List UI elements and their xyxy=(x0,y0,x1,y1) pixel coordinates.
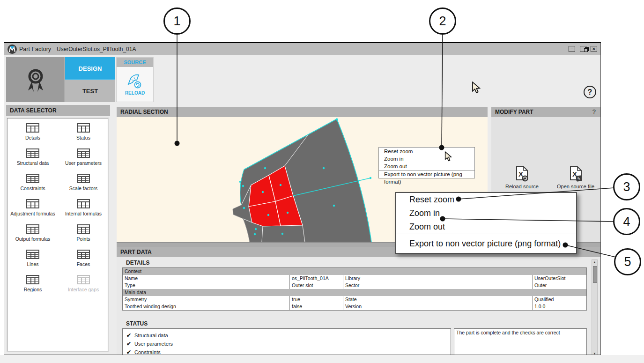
modify-part-help-icon[interactable]: ? xyxy=(592,108,596,115)
selector-item-scale-factors[interactable]: Scale factors xyxy=(58,174,109,199)
mouse-cursor-icon xyxy=(471,81,481,94)
table-icon xyxy=(26,123,39,133)
selector-item-points[interactable]: Points xyxy=(58,224,109,250)
menu-item-zoom-out[interactable]: Zoom out xyxy=(396,220,576,234)
part-data-title: PART DATA xyxy=(120,249,152,255)
callout-3: 3 xyxy=(613,173,640,200)
table-icon xyxy=(77,199,90,208)
details-subtitle: DETAILS xyxy=(126,259,149,266)
tab-test[interactable]: TEST xyxy=(65,80,115,102)
table-icon xyxy=(77,250,90,259)
selector-item-structural-data[interactable]: Structural data xyxy=(7,148,58,174)
table-icon xyxy=(77,275,90,284)
menu-item-zoom-out[interactable]: Zoom out xyxy=(379,163,474,170)
table-section-row: Context xyxy=(123,268,586,275)
mouse-cursor-icon xyxy=(444,151,452,162)
menu-item-zoom-in[interactable]: Zoom in xyxy=(396,207,576,220)
part-factory-logo-icon xyxy=(7,44,17,54)
svg-text:✎: ✎ xyxy=(577,177,581,181)
close-button[interactable]: ✕ xyxy=(591,46,597,52)
status-check-item: ✔User parameters xyxy=(126,340,451,348)
help-button[interactable]: ? xyxy=(584,86,596,98)
table-icon xyxy=(77,123,90,133)
qualify-award-button[interactable] xyxy=(6,57,65,102)
check-icon: ✔ xyxy=(126,331,131,340)
selector-item-adjustment-formulas[interactable]: Adjustment formulas xyxy=(7,199,58,224)
selector-item-user-parameters[interactable]: User parameters xyxy=(58,148,109,174)
vertical-scrollbar[interactable]: ▲ ▼ xyxy=(592,259,598,355)
modify-part-title: MODIFY PART xyxy=(495,109,533,115)
tab-design-label: DESIGN xyxy=(79,65,102,72)
scroll-up-icon[interactable]: ▲ xyxy=(592,260,597,264)
selector-item-internal-formulas[interactable]: Internal formulas xyxy=(58,199,109,224)
selector-item-output-formulas[interactable]: Output formulas xyxy=(7,224,58,250)
reload-label: RELOAD xyxy=(125,90,145,96)
reload-button[interactable]: RELOAD xyxy=(117,67,153,102)
callout-1: 1 xyxy=(163,7,191,35)
status-subtitle: STATUS xyxy=(126,320,148,327)
open-source-file-button[interactable]: X ✎ Open source file xyxy=(557,166,594,189)
document-title: UserOuterSlot.os_PllTooth_01A xyxy=(57,46,136,52)
context-menu-zoomed: Reset zoom Zoom in Zoom out Export to no… xyxy=(395,192,577,254)
menu-item-export-png[interactable]: Export to non vector picture (png format… xyxy=(379,170,474,178)
status-check-item: ✔Structural data xyxy=(126,331,451,340)
check-icon: ✔ xyxy=(126,348,131,355)
callout-5: 5 xyxy=(614,248,641,275)
radial-section-title: RADIAL SECTION xyxy=(120,109,168,115)
table-icon xyxy=(26,148,39,158)
tab-test-label: TEST xyxy=(82,88,98,95)
table-icon xyxy=(77,148,90,158)
file-reload-icon: X xyxy=(515,166,529,182)
table-section-row: Main data xyxy=(123,289,586,296)
selector-item-details[interactable]: Details xyxy=(7,123,58,148)
menu-item-export-png[interactable]: Export to non vector picture (png format… xyxy=(396,234,576,253)
menu-item-zoom-in[interactable]: Zoom in xyxy=(379,155,474,163)
details-table: Context Name os_PllTooth_01A Library Use… xyxy=(122,267,587,311)
context-menu: Reset zoom Zoom in Zoom out Export to no… xyxy=(378,147,475,178)
radial-section-header: RADIAL SECTION xyxy=(117,107,488,117)
award-medal-icon xyxy=(24,67,47,93)
selector-item-status[interactable]: Status xyxy=(58,123,109,148)
file-edit-icon: X ✎ xyxy=(569,166,583,182)
table-icon xyxy=(26,275,39,284)
title-bar: Part Factory UserOuterSlot.os_PllTooth_0… xyxy=(4,43,600,56)
toolbar: DESIGN TEST SOURCE RELOAD ? xyxy=(4,55,600,103)
reload-sector-icon xyxy=(126,74,143,89)
reload-source-button[interactable]: X Reload source xyxy=(505,166,539,189)
status-check-list: ✔Structural data ✔User parameters ✔Const… xyxy=(122,328,451,355)
callout-4: 4 xyxy=(613,208,640,235)
menu-item-reset-zoom[interactable]: Reset zoom xyxy=(379,148,474,155)
data-selector-header: DATA SELECTOR xyxy=(6,105,110,116)
tab-design[interactable]: DESIGN xyxy=(65,57,115,80)
restore-button[interactable] xyxy=(580,46,586,52)
table-row: Symmetry true State Qualified xyxy=(123,296,586,303)
status-message: The part is complete and the checks are … xyxy=(454,328,587,355)
selector-item-faces[interactable]: Faces xyxy=(58,250,109,275)
selector-item-constraints[interactable]: Constraints xyxy=(7,174,58,199)
page-bottom-strip xyxy=(0,355,644,363)
data-selector-title: DATA SELECTOR xyxy=(10,107,57,114)
data-selector-panel: Details Status Structural data User para… xyxy=(7,118,108,351)
scroll-down-icon[interactable]: ▼ xyxy=(592,352,597,355)
close-icon: ✕ xyxy=(592,46,596,52)
scrollbar-thumb[interactable] xyxy=(593,266,597,283)
source-group: SOURCE RELOAD xyxy=(116,57,154,102)
source-label: SOURCE xyxy=(124,59,146,65)
selector-item-regions[interactable]: Regions xyxy=(7,275,58,300)
table-row: Name os_PllTooth_01A Library UserOuterSl… xyxy=(123,275,586,282)
app-title: Part Factory xyxy=(19,46,51,52)
menu-item-reset-zoom[interactable]: Reset zoom xyxy=(396,193,576,207)
source-group-header: SOURCE xyxy=(117,58,153,67)
selector-item-lines[interactable]: Lines xyxy=(7,250,58,275)
table-row: Toothed winding design false Version 1.0… xyxy=(123,303,586,310)
table-icon xyxy=(26,224,39,234)
table-icon xyxy=(77,224,90,234)
table-icon xyxy=(77,174,90,183)
table-row: Type Outer slot Sector Outer xyxy=(123,282,586,289)
table-icon xyxy=(26,174,39,183)
part-data-panel: DETAILS Context Name os_PllTooth_01A Lib… xyxy=(117,257,600,355)
screenshot-root: Part Factory UserOuterSlot.os_PllTooth_0… xyxy=(0,0,644,363)
minimize-icon: − xyxy=(570,46,573,52)
minimize-button[interactable]: − xyxy=(569,46,575,52)
check-icon: ✔ xyxy=(126,340,131,348)
